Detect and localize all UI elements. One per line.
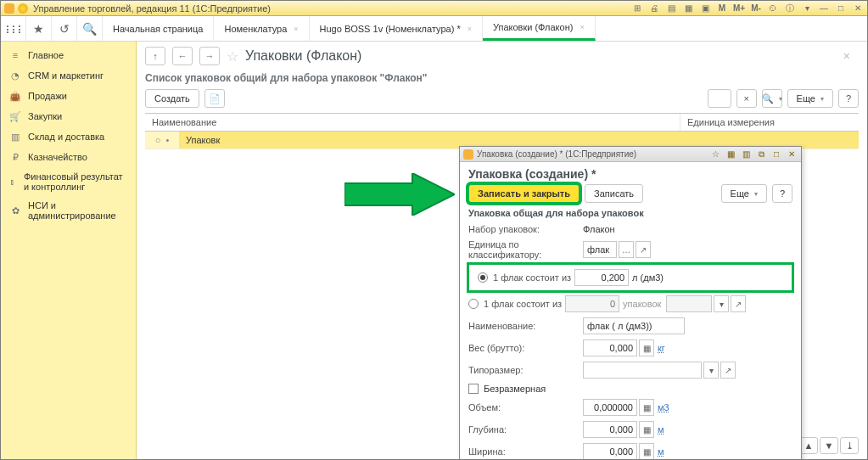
sidebar-item-sales[interactable]: 👜Продажи	[1, 86, 136, 106]
depth-unit-link[interactable]: м	[658, 424, 664, 435]
sidebar-item-treasury[interactable]: ₽Казначейство	[1, 147, 136, 167]
m-close-icon[interactable]: ✕	[786, 149, 798, 160]
row-depth: Глубина: ▦ м	[460, 418, 801, 440]
tb-mminus-icon[interactable]: M-	[750, 3, 762, 14]
tb-max-icon[interactable]: □	[835, 3, 847, 14]
tb-time-icon[interactable]: ⏲	[767, 3, 779, 14]
liters-input[interactable]	[574, 269, 629, 286]
close-icon[interactable]: ×	[294, 25, 298, 33]
app-icon	[4, 3, 14, 14]
modal-toolbar: Записать и закрыть Записать Еще▾ ?	[460, 184, 801, 208]
row-weight: Вес (брутто): ▦ кг	[460, 337, 801, 359]
more-button[interactable]: Еще▾	[787, 89, 833, 108]
width-unit-link[interactable]: м	[658, 446, 664, 457]
apps-button[interactable]: ⫶⫶⫶	[1, 16, 26, 41]
close-icon[interactable]: ×	[580, 23, 584, 31]
tb-grid-icon[interactable]: ⊞	[631, 3, 643, 14]
packs-open-button[interactable]: ↗	[731, 295, 746, 312]
nav-next[interactable]: ▼	[820, 437, 838, 454]
tb-m-icon[interactable]: M	[716, 3, 728, 14]
search-button[interactable]: 🔍	[77, 16, 103, 41]
back-button[interactable]: ←	[172, 47, 193, 65]
search-button[interactable]: 🔍▾	[762, 89, 782, 108]
sidebar-item-warehouse[interactable]: ▥Склад и доставка	[1, 126, 136, 147]
row-dimless: Безразмерная	[460, 381, 801, 396]
depth-input[interactable]	[583, 421, 637, 438]
tab-packaging[interactable]: Упаковки (Флакон)×	[483, 16, 596, 41]
sidebar-item-finresult[interactable]: ⫾Финансовый результат и контроллинг	[1, 167, 136, 196]
select-button[interactable]: …	[619, 241, 634, 258]
close-icon[interactable]: ×	[468, 25, 472, 33]
type-drop-button[interactable]: ▾	[703, 362, 719, 379]
name-input[interactable]	[583, 317, 685, 334]
volume-calc-button[interactable]: ▦	[639, 399, 654, 416]
tb-mplus-icon[interactable]: M+	[733, 3, 745, 14]
gear-icon: ✿	[9, 205, 21, 216]
tb-down-icon[interactable]: ▾	[801, 3, 813, 14]
m-tool4-icon[interactable]: ⧉	[755, 149, 767, 160]
up-button[interactable]: ↑	[145, 47, 165, 65]
sidebar-item-purchases[interactable]: 🛒Закупки	[1, 106, 136, 126]
open-button[interactable]: ↗	[636, 241, 651, 258]
volume-unit-link[interactable]: м3	[658, 402, 669, 412]
m-tool3-icon[interactable]: ▥	[740, 149, 752, 160]
classifier-input[interactable]	[583, 241, 617, 258]
save-and-close-button[interactable]: Записать и закрыть	[468, 184, 580, 203]
star-icon[interactable]: ☆	[227, 48, 238, 65]
sidebar-item-crm[interactable]: ◔CRM и маркетинг	[1, 65, 136, 86]
row-set: Набор упаковок: Флакон	[460, 222, 801, 237]
volume-input[interactable]	[583, 399, 637, 416]
tb-doc-icon[interactable]: ▤	[665, 3, 677, 14]
titlebar-icons: ⊞ 🖨 ▤ ▦ ▣ M M+ M- ⏲ ⓘ ▾ — □ ✕	[631, 3, 864, 14]
m-tool2-icon[interactable]: ▦	[725, 149, 736, 160]
weight-calc-button[interactable]: ▦	[639, 339, 654, 356]
type-input[interactable]	[583, 362, 702, 379]
favorites-button[interactable]: ★	[26, 16, 52, 41]
history-button[interactable]: ↺	[52, 16, 77, 41]
radio-packs[interactable]	[468, 299, 479, 309]
depth-calc-button[interactable]: ▦	[639, 421, 654, 438]
titlebar: Управление торговлей, редакция 11 (1С:Пр…	[1, 1, 867, 16]
row-marker: ○ •	[145, 132, 179, 149]
copy-button[interactable]: 📄	[204, 89, 225, 108]
tb-min-icon[interactable]: —	[818, 3, 830, 14]
packs-drop-button[interactable]: ▾	[714, 295, 729, 312]
tabstrip: ⫶⫶⫶ ★ ↺ 🔍 Начальная страница Номенклатур…	[1, 16, 867, 42]
tab-start[interactable]: Начальная страница	[103, 16, 214, 41]
help-button[interactable]: ?	[838, 89, 859, 108]
weight-unit-link[interactable]: кг	[658, 343, 665, 353]
page-close-icon[interactable]: ×	[843, 49, 859, 63]
sidebar-item-main[interactable]: ≡Главное	[1, 45, 136, 65]
type-open-button[interactable]: ↗	[720, 362, 736, 379]
clear-search-button[interactable]: ×	[736, 89, 757, 108]
col-unit[interactable]: Единица измерения	[680, 114, 859, 131]
save-button[interactable]: Записать	[585, 184, 643, 203]
m-max-icon[interactable]: □	[770, 149, 782, 160]
width-calc-button[interactable]: ▦	[639, 443, 654, 460]
page-title: Упаковки (Флакон)	[245, 48, 361, 64]
forward-button[interactable]: →	[199, 47, 220, 65]
tb-info-icon[interactable]: ⓘ	[784, 3, 796, 14]
m-tool1-icon[interactable]: ☆	[709, 149, 721, 160]
modal-more-button[interactable]: Еще▾	[721, 184, 767, 203]
nav-prev[interactable]: ▲	[799, 437, 818, 454]
app-icon	[463, 149, 473, 160]
weight-input[interactable]	[583, 339, 637, 356]
tb-calc-icon[interactable]: ▦	[682, 3, 694, 14]
search-input[interactable]	[708, 89, 731, 108]
create-button[interactable]: Создать	[145, 89, 199, 108]
col-name[interactable]: Наименование	[145, 114, 680, 131]
row-radio1: 1 флак состоит из л (дм3)	[469, 266, 792, 289]
modal-help-button[interactable]: ?	[772, 184, 792, 203]
sidebar-item-nsi[interactable]: ✿НСИ и администрирование	[1, 196, 136, 225]
tab-nomenclature[interactable]: Номенклатура×	[214, 16, 309, 41]
tb-cal-icon[interactable]: ▣	[699, 3, 711, 14]
dimless-checkbox[interactable]	[468, 384, 479, 394]
width-input[interactable]	[583, 443, 637, 460]
modal-titlebar-text: Упаковка (создание) * (1С:Предприятие)	[477, 149, 709, 159]
tb-print-icon[interactable]: 🖨	[648, 3, 660, 14]
radio-liters[interactable]	[478, 272, 488, 283]
tb-close-icon[interactable]: ✕	[852, 3, 864, 14]
tab-hugo-boss[interactable]: Hugo BOSS 1v (Номенклатура) *×	[310, 16, 483, 41]
nav-last[interactable]: ⤓	[840, 437, 859, 454]
